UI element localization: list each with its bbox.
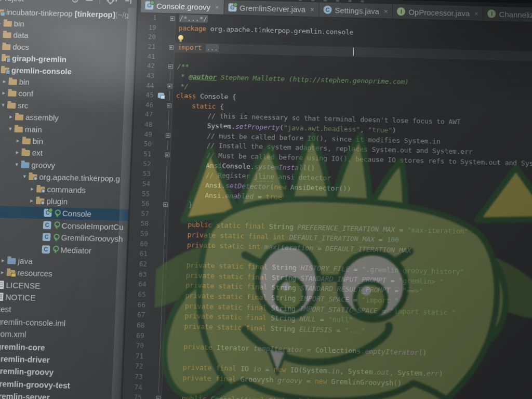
close-icon[interactable]: × (310, 6, 314, 13)
interface-file-icon: I (488, 9, 496, 18)
line-number[interactable]: 19 (137, 22, 159, 32)
tree-item-label: LICENSE (6, 280, 41, 290)
line-number[interactable]: 58 (129, 219, 152, 229)
tree-item-label: conf (18, 89, 33, 98)
folder-icon (22, 138, 31, 144)
line-number[interactable]: 56 (130, 198, 152, 209)
toolbar-mini-icon (299, 0, 302, 1)
chevron-collapsed-icon[interactable]: ▸ (0, 257, 8, 264)
chevron-expanded-icon[interactable]: ▾ (20, 173, 29, 180)
line-number[interactable]: 64 (127, 279, 149, 290)
line-number[interactable]: 65 (126, 289, 149, 300)
line-number[interactable]: 59 (129, 229, 151, 239)
project-panel-toolbar: ▾ (64, 0, 132, 4)
chevron-collapsed-icon[interactable]: ▸ (0, 89, 8, 96)
chevron-down-icon[interactable]: ▾ (29, 0, 32, 1)
chevron-collapsed-icon[interactable]: ▸ (14, 137, 22, 144)
line-number[interactable]: 57 (130, 208, 152, 219)
gear-icon[interactable] (108, 0, 113, 3)
fold-end-marker[interactable] (167, 84, 172, 88)
tree-item-path-suffix: (~/g (115, 10, 129, 19)
folder-icon (3, 33, 11, 38)
code-token: ... (206, 44, 219, 52)
chevron-collapsed-icon[interactable]: ▸ (0, 78, 9, 85)
code-token: package (178, 24, 206, 32)
editor-tab-gremlinserver-java[interactable]: GGremlinServer.java× (224, 0, 320, 17)
class-icon: C (43, 233, 51, 241)
line-number[interactable]: 63 (127, 269, 150, 280)
tree-item-label-bold: [tinkerpop] (74, 9, 115, 19)
chevron-expanded-icon[interactable]: ▾ (6, 125, 15, 132)
line-number[interactable]: 69 (125, 330, 147, 341)
line-number[interactable]: 53 (131, 169, 153, 179)
fold-marker-plus[interactable]: + (169, 45, 174, 49)
line-number[interactable]: 75 (122, 392, 144, 399)
close-icon[interactable]: × (474, 10, 478, 17)
line-number[interactable]: 72 (124, 361, 146, 372)
chevron-expanded-icon[interactable]: ▾ (0, 101, 8, 109)
line-number[interactable]: 44 (135, 81, 157, 91)
line-number[interactable]: 61 (128, 249, 151, 259)
toolbar-mini-icon (324, 0, 327, 2)
line-number[interactable]: 71 (124, 351, 147, 362)
line-number[interactable]: 68 (125, 320, 148, 331)
line-number[interactable]: 54 (131, 179, 153, 189)
line-number[interactable]: 49 (133, 129, 155, 140)
chevron-collapsed-icon[interactable]: ▸ (7, 113, 16, 121)
editor-tab-channelizer-java[interactable]: IChannelizer.java× (484, 6, 532, 23)
line-number[interactable]: 47 (134, 110, 156, 120)
fold-marker-minus[interactable]: − (168, 64, 172, 69)
chevron-collapsed-icon[interactable]: ▸ (0, 269, 7, 276)
line-number[interactable]: 48 (134, 119, 155, 130)
line-number[interactable]: 55 (130, 189, 152, 199)
editor-tab-console-groovy[interactable]: GConsole.groovy× (141, 0, 224, 15)
line-number[interactable]: 52 (132, 159, 154, 169)
line-number[interactable]: 73 (123, 371, 145, 382)
editor-tab-opprocessor-java[interactable]: IOpProcessor.java× (393, 4, 483, 21)
line-number[interactable]: 20 (137, 32, 159, 42)
tree-item-label: test (0, 304, 11, 314)
line-number[interactable]: 67 (126, 310, 148, 321)
key-icon (52, 246, 59, 254)
editor-tab-settings-java[interactable]: CSettings.java× (319, 3, 393, 19)
line-number[interactable]: 45 (135, 90, 156, 100)
tree-item-label: groovy (31, 160, 55, 170)
intention-bulb-icon[interactable] (178, 35, 183, 41)
fold-marker-plus[interactable]: + (170, 16, 175, 21)
tree-item-label: assembly (25, 113, 59, 123)
line-number[interactable]: 70 (124, 340, 147, 351)
collapse-all-icon[interactable] (86, 0, 94, 3)
line-number[interactable]: 46 (134, 100, 156, 110)
line-number[interactable]: 60 (128, 238, 151, 249)
code-token: /*...*/ (179, 15, 208, 23)
chevron-collapsed-icon[interactable]: ▸ (13, 149, 22, 156)
line-number[interactable]: 62 (128, 259, 150, 269)
tree-item-label: org.apache.tinkerpop.g (39, 172, 120, 183)
line-number[interactable]: 66 (126, 299, 149, 310)
tree-item-label: ConsoleImportCu (61, 221, 124, 232)
line-number[interactable]: 21 (137, 42, 158, 52)
line-number[interactable]: 74 (123, 382, 145, 393)
folder-icon (2, 44, 11, 50)
target-icon[interactable] (72, 0, 78, 3)
gremlin-mascot-watermark (149, 96, 532, 399)
line-number[interactable]: 50 (132, 139, 154, 150)
chevron-expanded-icon[interactable]: ▾ (12, 161, 21, 168)
line-number[interactable]: 41 (136, 51, 158, 62)
chevron-collapsed-icon[interactable]: ▸ (28, 197, 36, 204)
line-number[interactable]: 51 (132, 149, 154, 159)
close-icon[interactable]: × (215, 4, 219, 10)
close-icon[interactable]: × (384, 8, 388, 15)
hide-panel-icon[interactable] (125, 0, 132, 4)
module-folder-icon (1, 67, 10, 73)
text-caret (353, 47, 354, 56)
tree-item-label: ext (32, 148, 43, 157)
key-icon (53, 221, 60, 229)
line-number[interactable]: 1 (138, 13, 159, 23)
line-number[interactable]: 42 (136, 61, 157, 71)
chevron-down-icon: ▾ (115, 0, 117, 3)
folder-icon (8, 79, 17, 85)
chevron-collapsed-icon[interactable]: ▸ (28, 185, 37, 192)
tab-label: Settings.java (335, 6, 379, 16)
line-number[interactable]: 43 (136, 71, 157, 81)
